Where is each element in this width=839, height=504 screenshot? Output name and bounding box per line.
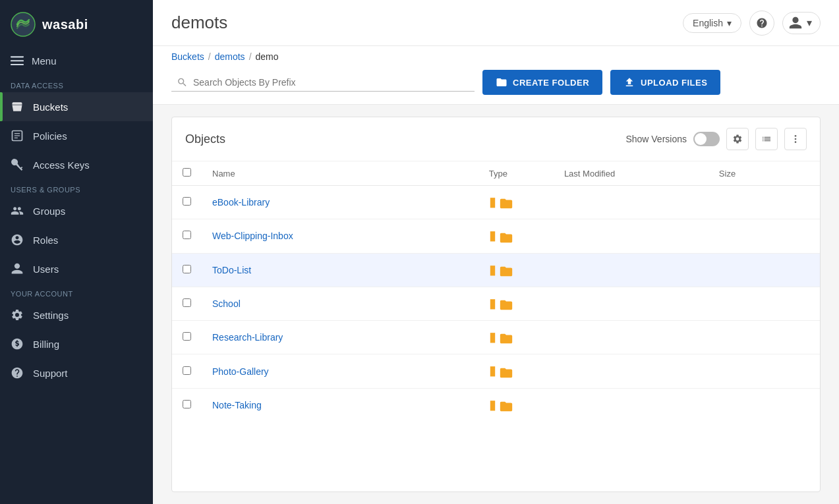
account-icon — [788, 16, 803, 30]
header-actions: English ▾ ▾ — [683, 11, 821, 36]
groups-icon — [11, 204, 24, 217]
upload-files-label: UPLOAD FILES — [641, 78, 707, 88]
sidebar-item-roles[interactable]: Roles — [0, 225, 153, 254]
sidebar-item-access-keys-label: Access Keys — [33, 159, 90, 171]
logo: wasabi — [0, 0, 153, 49]
search-input[interactable] — [193, 77, 469, 88]
sidebar-item-access-keys[interactable]: Access Keys — [0, 150, 153, 179]
row-checkbox-cell — [172, 253, 202, 287]
col-header-checkbox — [172, 161, 202, 186]
folder-type-icon: ▮ — [489, 228, 496, 242]
col-header-type: Type — [478, 161, 554, 186]
toolbar: Buckets / demots / demo CREATE FOLDER UP… — [153, 46, 839, 105]
breadcrumb-demots[interactable]: demots — [215, 51, 245, 62]
hamburger-icon — [11, 54, 24, 67]
row-checkbox[interactable] — [183, 197, 191, 206]
row-type-cell: ▮ — [478, 219, 554, 253]
folder-type-icon: ▮ — [489, 296, 496, 310]
search-icon — [177, 76, 188, 88]
account-button[interactable]: ▾ — [782, 12, 821, 34]
create-folder-button[interactable]: CREATE FOLDER — [482, 70, 602, 95]
row-modified-cell — [554, 287, 709, 320]
folder-icon — [499, 196, 513, 211]
account-chevron-icon: ▾ — [807, 16, 812, 29]
users-icon — [11, 262, 24, 275]
section-users-groups: Users & Groups — [0, 179, 153, 196]
sidebar-item-policies-label: Policies — [33, 130, 67, 142]
table-row: Research-Library ▮ — [172, 321, 820, 354]
sidebar-item-policies[interactable]: Policies — [0, 121, 153, 150]
support-icon — [11, 366, 24, 379]
folder-type-icon: ▮ — [489, 194, 496, 209]
row-name-cell: Note-Taking — [202, 388, 478, 422]
row-checkbox[interactable] — [183, 265, 191, 273]
help-button[interactable] — [749, 11, 774, 36]
upload-files-button[interactable]: UPLOAD FILES — [610, 70, 720, 95]
roles-icon — [11, 233, 24, 246]
sidebar-item-support-label: Support — [33, 368, 68, 379]
folder-type-icon: ▮ — [489, 363, 496, 378]
folder-link[interactable]: ToDo-List — [212, 265, 251, 275]
row-size-cell — [709, 186, 820, 219]
list-view-btn[interactable] — [755, 128, 778, 150]
sidebar-item-support[interactable]: Support — [0, 358, 153, 387]
sidebar-item-billing[interactable]: Billing — [0, 329, 153, 358]
col-header-modified: Last Modified — [554, 161, 709, 186]
folder-link[interactable]: Research-Library — [212, 332, 283, 343]
sidebar-item-buckets[interactable]: Buckets — [0, 92, 153, 121]
more-options-btn[interactable] — [784, 128, 807, 150]
col-header-name: Name — [202, 161, 478, 186]
menu-button[interactable]: Menu — [0, 49, 153, 75]
row-checkbox[interactable] — [183, 231, 191, 239]
upload-icon — [623, 76, 635, 88]
folder-icon — [499, 231, 513, 245]
table-row: Web-Clipping-Inbox ▮ — [172, 219, 820, 253]
folder-link[interactable]: School — [212, 298, 241, 309]
sidebar-item-settings[interactable]: Settings — [0, 300, 153, 329]
table-row: Photo-Gallery ▮ — [172, 354, 820, 388]
buckets-icon — [11, 100, 24, 113]
folder-link[interactable]: Web-Clipping-Inbox — [212, 231, 293, 241]
row-modified-cell — [554, 186, 709, 219]
table-row: eBook-Library ▮ — [172, 186, 820, 219]
folder-link[interactable]: Photo-Gallery — [212, 366, 269, 377]
row-checkbox[interactable] — [183, 298, 191, 307]
objects-panel: Objects Show Versions — [171, 117, 821, 492]
language-selector[interactable]: English ▾ — [683, 13, 741, 33]
sidebar-item-groups-label: Groups — [33, 206, 65, 217]
settings-icon — [11, 308, 24, 322]
row-name-cell: Web-Clipping-Inbox — [202, 219, 478, 253]
folder-link[interactable]: eBook-Library — [212, 197, 270, 208]
row-checkbox[interactable] — [183, 366, 191, 375]
sidebar-item-groups[interactable]: Groups — [0, 196, 153, 225]
folder-type-icon: ▮ — [489, 397, 496, 412]
logo-text: wasabi — [42, 17, 88, 32]
toolbar-row: CREATE FOLDER UPLOAD FILES — [171, 70, 821, 95]
section-data-access: Data Access — [0, 75, 153, 92]
row-size-cell — [709, 219, 820, 253]
sidebar-item-roles-label: Roles — [33, 235, 58, 246]
select-all-checkbox[interactable] — [183, 168, 191, 177]
language-label: English — [693, 18, 723, 28]
help-icon — [756, 17, 768, 29]
breadcrumb-buckets[interactable]: Buckets — [171, 51, 204, 62]
settings-icon-btn[interactable] — [726, 128, 749, 150]
show-versions-toggle[interactable] — [693, 132, 720, 146]
sidebar-item-users[interactable]: Users — [0, 254, 153, 283]
row-size-cell — [709, 287, 820, 320]
folder-link[interactable]: Note-Taking — [212, 400, 262, 410]
row-checkbox[interactable] — [183, 332, 191, 341]
table-row: Note-Taking ▮ — [172, 388, 820, 422]
svg-rect-2 — [11, 60, 24, 61]
show-versions-label: Show Versions — [625, 134, 687, 144]
policies-icon — [11, 129, 24, 142]
list-view-icon — [761, 134, 772, 144]
objects-controls: Show Versions — [625, 128, 807, 150]
row-size-cell — [709, 321, 820, 354]
folder-icon — [499, 399, 513, 414]
search-box — [171, 74, 475, 92]
more-vertical-icon — [790, 134, 801, 144]
svg-point-10 — [795, 141, 797, 143]
row-checkbox[interactable] — [183, 400, 191, 408]
row-checkbox-cell — [172, 219, 202, 253]
